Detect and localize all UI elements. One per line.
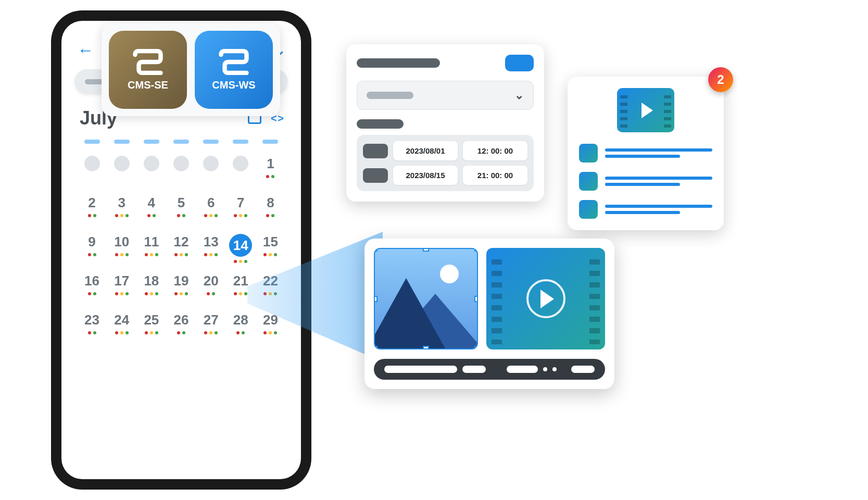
event-dot — [182, 214, 185, 217]
day-number: 14 — [229, 234, 252, 257]
day-number: 26 — [174, 312, 189, 328]
event-dots — [115, 292, 129, 295]
event-dot — [269, 331, 272, 334]
day-header — [233, 140, 248, 144]
event-dots — [145, 292, 158, 295]
calendar-cell[interactable]: 26 — [166, 308, 196, 347]
event-dot — [177, 214, 180, 217]
list-item[interactable] — [579, 144, 712, 162]
calendar-cell[interactable]: 15 — [256, 230, 285, 269]
list-item[interactable] — [579, 172, 712, 191]
calendar-cell[interactable]: 4 — [136, 191, 166, 230]
event-dot — [93, 331, 96, 334]
resize-handle[interactable] — [374, 346, 378, 349]
calendar-cell[interactable]: 2 — [77, 191, 107, 230]
calendar-cell[interactable]: 18 — [136, 269, 166, 308]
event-dot — [271, 175, 274, 178]
event-dot — [174, 253, 178, 256]
calendar-cell — [77, 152, 107, 191]
resize-handle[interactable] — [474, 346, 478, 349]
day-number: 21 — [233, 273, 248, 289]
resize-handle[interactable] — [423, 248, 429, 252]
cms-ws-app-icon[interactable]: CMS-WS — [195, 31, 273, 109]
calendar-cell[interactable]: 1 — [256, 152, 285, 191]
event-dot — [153, 214, 156, 217]
cms-se-app-icon[interactable]: CMS-SE — [109, 31, 187, 109]
video-widget[interactable] — [486, 248, 605, 349]
calendar-cell[interactable]: 10 — [107, 230, 136, 269]
resize-handle[interactable] — [474, 248, 478, 252]
calendar-cell[interactable]: 24 — [107, 308, 136, 347]
calendar-cell — [107, 152, 136, 191]
video-thumbnail-icon[interactable] — [617, 88, 674, 132]
empty-day-icon — [173, 156, 189, 171]
event-dots — [204, 214, 218, 217]
calendar-cell[interactable]: 13 — [196, 230, 226, 269]
calendar-cell[interactable]: 20 — [196, 269, 226, 308]
schedule-select[interactable]: ⌄ — [357, 81, 534, 110]
event-dots — [266, 214, 274, 217]
date-row: 2023/08/15 21: 00: 00 — [363, 166, 527, 185]
event-dots — [174, 292, 188, 295]
calendar-cell[interactable]: 25 — [136, 308, 166, 347]
event-dot — [185, 292, 188, 295]
back-arrow-icon[interactable]: ← — [77, 41, 94, 60]
day-number: 5 — [178, 195, 185, 211]
event-dot — [239, 292, 242, 295]
resize-handle[interactable] — [374, 248, 378, 252]
date-input[interactable]: 2023/08/15 — [393, 166, 458, 185]
event-dot — [212, 292, 215, 295]
image-widget[interactable]: ➤ — [374, 248, 478, 349]
time-input[interactable]: 12: 00: 00 — [463, 141, 527, 160]
calendar-cell[interactable]: 3 — [107, 191, 136, 230]
calendar-cell[interactable]: 5 — [166, 191, 196, 230]
calendar-cell[interactable]: 23 — [77, 308, 107, 347]
calendar-cell — [226, 152, 256, 191]
calendar-cell[interactable]: 16 — [77, 269, 107, 308]
calendar-cell[interactable]: 7 — [226, 191, 256, 230]
timeline-segment[interactable] — [507, 366, 538, 373]
calendar-cell[interactable]: 14 — [226, 230, 256, 269]
timeline-segment[interactable] — [462, 366, 486, 373]
timeline-segment[interactable] — [571, 366, 595, 373]
day-number: 24 — [114, 312, 129, 328]
event-dots — [207, 292, 215, 295]
schedule-action-button[interactable] — [505, 55, 534, 71]
resize-handle[interactable] — [374, 296, 378, 302]
event-dot — [236, 331, 240, 334]
timeline-marker[interactable] — [552, 367, 557, 371]
timeline-marker[interactable] — [543, 367, 547, 371]
time-input[interactable]: 21: 00: 00 — [463, 166, 527, 185]
day-number: 1 — [267, 156, 274, 172]
empty-day-icon — [144, 156, 159, 171]
calendar-cell[interactable]: 12 — [166, 230, 196, 269]
item-thumb — [579, 172, 598, 191]
event-dot — [204, 331, 207, 334]
calendar-cell[interactable]: 9 — [77, 230, 107, 269]
calendar-cell[interactable]: 17 — [107, 269, 136, 308]
event-dot — [120, 331, 123, 334]
timeline-segment[interactable] — [384, 366, 457, 373]
day-header — [114, 140, 130, 144]
calendar-cell[interactable]: 8 — [256, 191, 285, 230]
play-button[interactable] — [526, 279, 565, 318]
event-dot — [93, 253, 96, 256]
resize-handle[interactable] — [423, 346, 429, 349]
timeline-track[interactable] — [374, 359, 605, 380]
event-dot — [145, 331, 148, 334]
resize-handle[interactable] — [474, 296, 478, 302]
event-dot — [244, 292, 247, 295]
calendar-cell[interactable]: 19 — [166, 269, 196, 308]
day-number: 20 — [204, 273, 219, 289]
calendar-cell[interactable]: 6 — [196, 191, 226, 230]
calendar-cell[interactable]: 28 — [226, 308, 256, 347]
day-number: 27 — [204, 312, 219, 328]
calendar-cell[interactable]: 11 — [136, 230, 166, 269]
calendar-cell[interactable]: 27 — [196, 308, 226, 347]
select-value-placeholder — [367, 92, 413, 99]
date-input[interactable]: 2023/08/01 — [393, 141, 458, 160]
day-number: 17 — [114, 273, 129, 289]
chevron-down-icon: ⌄ — [514, 89, 524, 102]
list-item[interactable] — [579, 200, 712, 219]
calendar-grid: 1234567891011121314151617181920212223242… — [72, 152, 291, 347]
